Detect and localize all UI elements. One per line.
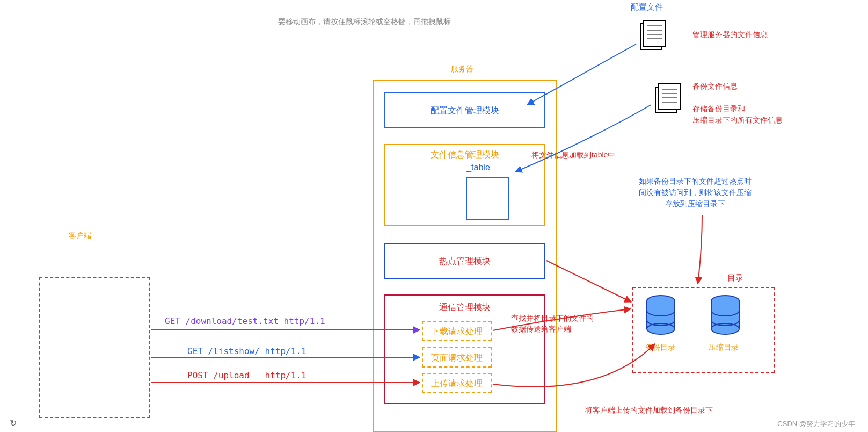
- svg-rect-7: [659, 84, 680, 110]
- page-handler-box: 页面请求处理: [422, 347, 492, 368]
- backup-dir-label: 备份目录: [645, 343, 675, 352]
- config-module-box: 配置文件管理模块: [384, 92, 545, 128]
- compress-dir-label: 压缩目录: [709, 343, 739, 352]
- hotspot-note: 如果备份目录下的文件超过热点时 间没有被访问到，则将该文件压缩 存放到压缩目录下: [639, 176, 752, 210]
- post-upload-label: POST /upload http/1.1: [187, 370, 307, 380]
- get-download-label: GET /download/test.txt http/1.1: [165, 316, 325, 326]
- backup-info-title: 备份文件信息: [692, 82, 738, 91]
- config-module-label: 配置文件管理模块: [431, 106, 499, 115]
- fileinfo-module-box: 文件信息管理模块 _table: [384, 144, 545, 226]
- upload-handler-label: 上传请求处理: [431, 379, 483, 388]
- canvas-hint: 要移动画布，请按住鼠标滚轮或空格键，再拖拽鼠标: [278, 17, 451, 27]
- document-stack-icon: [651, 80, 683, 117]
- backup-info-note: 存储备份目录和 压缩目录下的所有文件信息: [692, 103, 783, 126]
- page-handler-label: 页面请求处理: [431, 353, 483, 362]
- download-handler-box: 下载请求处理: [422, 321, 492, 341]
- comm-module-label: 通信管理模块: [385, 302, 544, 313]
- svg-rect-1: [644, 20, 665, 46]
- table-label: _table: [412, 163, 544, 172]
- config-file-note: 管理服务器的文件信息: [692, 30, 768, 40]
- upload-note: 将客户端上传的文件加载到备份目录下: [585, 406, 713, 415]
- find-note: 查找并将目录下的文件的 数据传送给客户端: [511, 313, 594, 334]
- client-title: 客户端: [69, 231, 91, 241]
- document-stack-icon: [636, 16, 668, 54]
- config-file-title: 配置文件: [631, 2, 663, 12]
- database-icon: [709, 294, 742, 336]
- download-handler-label: 下载请求处理: [431, 327, 483, 336]
- get-listshow-label: GET /listshow/ http/1.1: [187, 346, 307, 356]
- client-box: [39, 277, 150, 418]
- fileinfo-module-label: 文件信息管理模块: [385, 149, 544, 161]
- table-inner-box: [466, 177, 509, 220]
- dir-title: 目录: [727, 273, 743, 283]
- server-title: 服务器: [451, 64, 473, 74]
- hotspot-module-box: 热点管理模块: [384, 243, 545, 279]
- upload-handler-box: 上传请求处理: [422, 373, 492, 393]
- database-icon: [644, 294, 677, 336]
- hotspot-module-label: 热点管理模块: [439, 256, 491, 265]
- refresh-icon[interactable]: ↻: [10, 418, 17, 428]
- watermark: CSDN @努力学习的少年: [777, 419, 855, 429]
